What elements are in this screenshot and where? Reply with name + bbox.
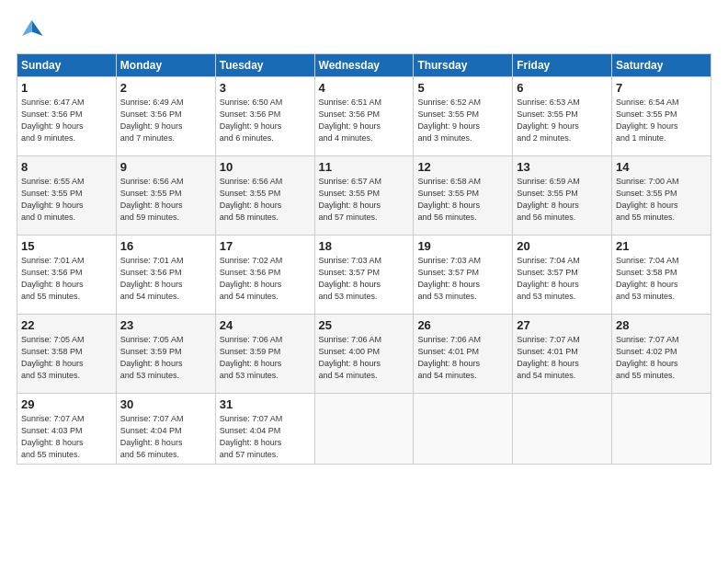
day-number: 15 [21,239,112,253]
day-number: 20 [517,239,608,253]
day-number: 8 [21,160,112,174]
calendar-cell: 2Sunrise: 6:49 AM Sunset: 3:56 PM Daylig… [116,77,215,156]
weekday-header-thursday: Thursday [414,54,513,77]
calendar-cell: 19Sunrise: 7:03 AM Sunset: 3:57 PM Dayli… [414,236,513,315]
day-number: 25 [319,318,410,332]
day-number: 4 [319,81,410,95]
calendar-cell: 4Sunrise: 6:51 AM Sunset: 3:56 PM Daylig… [314,77,414,156]
calendar-cell: 27Sunrise: 7:07 AM Sunset: 4:01 PM Dayli… [513,315,612,394]
weekday-header-sunday: Sunday [17,54,117,77]
day-number: 11 [319,160,410,174]
calendar-cell: 14Sunrise: 7:00 AM Sunset: 3:55 PM Dayli… [612,156,711,236]
weekday-header-friday: Friday [513,54,612,77]
logo [17,17,48,44]
day-info: Sunrise: 7:05 AM Sunset: 3:59 PM Dayligh… [120,334,211,382]
day-info: Sunrise: 6:57 AM Sunset: 3:55 PM Dayligh… [319,176,410,224]
calendar-cell: 9Sunrise: 6:56 AM Sunset: 3:55 PM Daylig… [116,156,215,236]
calendar-cell: 3Sunrise: 6:50 AM Sunset: 3:56 PM Daylig… [215,77,314,156]
day-info: Sunrise: 7:02 AM Sunset: 3:56 PM Dayligh… [220,255,311,303]
logo-icon [17,17,44,44]
day-number: 21 [616,239,707,253]
calendar-cell [414,394,513,465]
day-number: 10 [220,160,311,174]
day-number: 7 [616,81,707,95]
calendar-cell: 23Sunrise: 7:05 AM Sunset: 3:59 PM Dayli… [116,315,215,394]
day-info: Sunrise: 6:56 AM Sunset: 3:55 PM Dayligh… [220,176,311,224]
day-info: Sunrise: 7:07 AM Sunset: 4:04 PM Dayligh… [120,413,211,461]
day-info: Sunrise: 7:03 AM Sunset: 3:57 PM Dayligh… [319,255,410,303]
calendar-cell: 11Sunrise: 6:57 AM Sunset: 3:55 PM Dayli… [314,156,414,236]
day-info: Sunrise: 7:00 AM Sunset: 3:55 PM Dayligh… [616,176,707,224]
day-number: 27 [517,318,608,332]
calendar-cell: 7Sunrise: 6:54 AM Sunset: 3:55 PM Daylig… [612,77,711,156]
calendar-cell: 5Sunrise: 6:52 AM Sunset: 3:55 PM Daylig… [414,77,513,156]
day-info: Sunrise: 7:04 AM Sunset: 3:58 PM Dayligh… [616,255,707,303]
calendar-cell [513,394,612,465]
day-number: 24 [220,318,311,332]
day-number: 16 [120,239,211,253]
page: SundayMondayTuesdayWednesdayThursdayFrid… [0,0,728,563]
calendar-cell: 16Sunrise: 7:01 AM Sunset: 3:56 PM Dayli… [116,236,215,315]
day-info: Sunrise: 6:58 AM Sunset: 3:55 PM Dayligh… [417,176,508,224]
day-info: Sunrise: 7:05 AM Sunset: 3:58 PM Dayligh… [21,334,112,382]
calendar-cell [314,394,414,465]
day-number: 30 [120,397,211,411]
day-info: Sunrise: 7:06 AM Sunset: 4:01 PM Dayligh… [417,334,508,382]
calendar-cell: 15Sunrise: 7:01 AM Sunset: 3:56 PM Dayli… [17,236,117,315]
calendar-cell: 10Sunrise: 6:56 AM Sunset: 3:55 PM Dayli… [215,156,314,236]
calendar-cell: 25Sunrise: 7:06 AM Sunset: 4:00 PM Dayli… [314,315,414,394]
day-info: Sunrise: 6:53 AM Sunset: 3:55 PM Dayligh… [517,97,608,144]
day-info: Sunrise: 6:59 AM Sunset: 3:55 PM Dayligh… [517,176,608,224]
calendar-cell: 18Sunrise: 7:03 AM Sunset: 3:57 PM Dayli… [314,236,414,315]
day-info: Sunrise: 7:03 AM Sunset: 3:57 PM Dayligh… [417,255,508,303]
calendar-cell: 6Sunrise: 6:53 AM Sunset: 3:55 PM Daylig… [513,77,612,156]
day-info: Sunrise: 6:50 AM Sunset: 3:56 PM Dayligh… [220,97,311,144]
day-info: Sunrise: 7:01 AM Sunset: 3:56 PM Dayligh… [21,255,112,303]
calendar-cell: 17Sunrise: 7:02 AM Sunset: 3:56 PM Dayli… [215,236,314,315]
day-number: 12 [417,160,508,174]
day-number: 26 [417,318,508,332]
day-info: Sunrise: 6:55 AM Sunset: 3:55 PM Dayligh… [21,176,112,224]
day-number: 23 [120,318,211,332]
day-number: 5 [417,81,508,95]
calendar-cell: 29Sunrise: 7:07 AM Sunset: 4:03 PM Dayli… [17,394,117,465]
day-number: 19 [417,239,508,253]
calendar-cell [612,394,711,465]
day-number: 29 [21,397,112,411]
calendar-cell: 24Sunrise: 7:06 AM Sunset: 3:59 PM Dayli… [215,315,314,394]
weekday-header-wednesday: Wednesday [314,54,414,77]
day-info: Sunrise: 7:07 AM Sunset: 4:01 PM Dayligh… [517,334,608,382]
day-number: 22 [21,318,112,332]
day-number: 28 [616,318,707,332]
day-number: 2 [120,81,211,95]
day-number: 6 [517,81,608,95]
day-info: Sunrise: 6:51 AM Sunset: 3:56 PM Dayligh… [319,97,410,144]
calendar-cell: 1Sunrise: 6:47 AM Sunset: 3:56 PM Daylig… [17,77,117,156]
day-info: Sunrise: 6:56 AM Sunset: 3:55 PM Dayligh… [120,176,211,224]
header [17,17,711,44]
day-number: 18 [319,239,410,253]
day-number: 9 [120,160,211,174]
day-number: 31 [220,397,311,411]
calendar-cell: 31Sunrise: 7:07 AM Sunset: 4:04 PM Dayli… [215,394,314,465]
day-info: Sunrise: 7:07 AM Sunset: 4:04 PM Dayligh… [220,413,311,461]
day-number: 1 [21,81,112,95]
calendar-cell: 30Sunrise: 7:07 AM Sunset: 4:04 PM Dayli… [116,394,215,465]
day-info: Sunrise: 7:07 AM Sunset: 4:03 PM Dayligh… [21,413,112,461]
day-info: Sunrise: 7:01 AM Sunset: 3:56 PM Dayligh… [120,255,211,303]
weekday-header-saturday: Saturday [612,54,711,77]
calendar-table: SundayMondayTuesdayWednesdayThursdayFrid… [17,53,711,465]
weekday-header-monday: Monday [116,54,215,77]
day-number: 13 [517,160,608,174]
day-info: Sunrise: 6:49 AM Sunset: 3:56 PM Dayligh… [120,97,211,144]
calendar-cell: 8Sunrise: 6:55 AM Sunset: 3:55 PM Daylig… [17,156,117,236]
svg-marker-0 [32,20,43,36]
day-info: Sunrise: 6:52 AM Sunset: 3:55 PM Dayligh… [417,97,508,144]
calendar-cell: 28Sunrise: 7:07 AM Sunset: 4:02 PM Dayli… [612,315,711,394]
day-info: Sunrise: 6:54 AM Sunset: 3:55 PM Dayligh… [616,97,707,144]
day-info: Sunrise: 6:47 AM Sunset: 3:56 PM Dayligh… [21,97,112,144]
svg-marker-1 [22,20,32,36]
calendar-cell: 26Sunrise: 7:06 AM Sunset: 4:01 PM Dayli… [414,315,513,394]
day-number: 3 [220,81,311,95]
calendar-cell: 22Sunrise: 7:05 AM Sunset: 3:58 PM Dayli… [17,315,117,394]
